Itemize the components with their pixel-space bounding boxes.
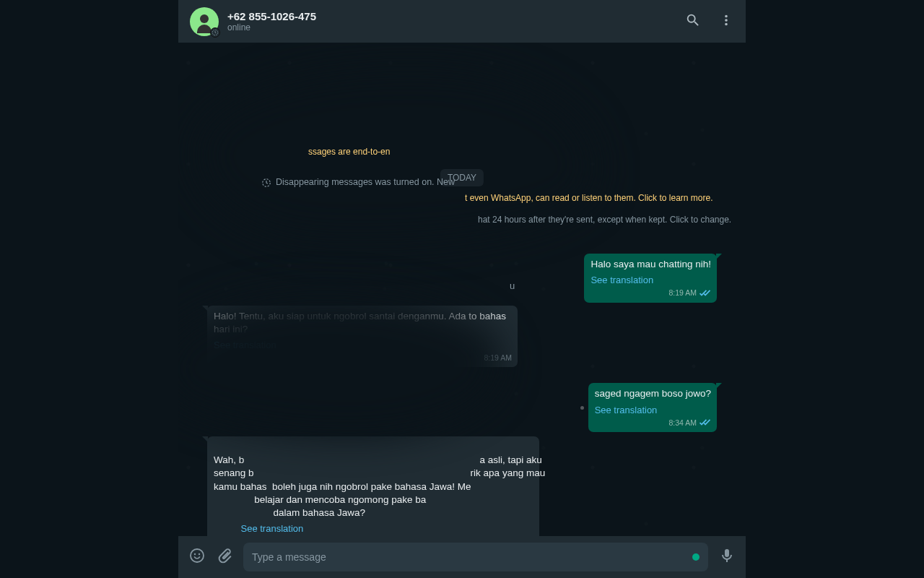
message-in[interactable]: Halo! Tentu, aku siap untuk ngobrol sant… xyxy=(207,306,518,368)
see-translation-link[interactable]: See translation xyxy=(595,404,658,417)
message-input-container xyxy=(243,543,708,571)
message-time: 8:34 AM xyxy=(668,418,697,428)
message-text: Halo! Tentu, aku siap untuk ngobrol sant… xyxy=(214,310,512,336)
see-translation-link[interactable]: See translation xyxy=(590,274,653,287)
svg-point-3 xyxy=(194,553,196,555)
contact-info[interactable]: +62 855-1026-475 online xyxy=(227,10,676,33)
chat-footer xyxy=(178,536,746,578)
emoji-icon[interactable] xyxy=(188,547,206,567)
contact-name: +62 855-1026-475 xyxy=(227,10,676,22)
disappearing-badge-icon xyxy=(210,27,220,38)
message-out[interactable]: saged ngagem boso jowo? See translation … xyxy=(588,383,717,432)
svg-point-4 xyxy=(199,553,200,555)
message-text: senang b rik apa yang mau xyxy=(214,467,545,478)
message-text: kamu bahas boleh juga nih ngobrol pake b… xyxy=(214,481,471,492)
message-time: 8:19 AM xyxy=(668,288,697,298)
message-text: Wah, b a asli, tapi aku xyxy=(214,454,542,465)
menu-icon[interactable] xyxy=(718,12,734,31)
avatar[interactable] xyxy=(190,7,219,36)
message-out[interactable]: Halo saya mau chatting nih! See translat… xyxy=(584,254,717,303)
search-icon[interactable] xyxy=(685,12,701,31)
message-lead-marker xyxy=(579,383,585,432)
message-text: dalam bahasa Jawa? xyxy=(214,507,365,518)
chat-window: +62 855-1026-475 online placeholder xyxy=(178,0,746,578)
mic-icon[interactable] xyxy=(718,547,736,567)
message-time: 8:19 AM xyxy=(484,353,512,363)
message-text: saged ngagem boso jowo? xyxy=(595,387,711,400)
contact-status: online xyxy=(227,22,676,33)
read-ticks-icon xyxy=(699,289,711,297)
message-input[interactable] xyxy=(252,551,685,563)
see-translation-link[interactable]: See translation xyxy=(214,339,276,352)
attach-icon[interactable] xyxy=(216,547,233,567)
message-in[interactable]: Wah, b a asli, tapi aku senang b ri xyxy=(207,436,539,536)
see-translation-link[interactable]: See translation xyxy=(241,522,304,535)
chat-header: +62 855-1026-475 online xyxy=(178,0,746,43)
chat-body[interactable]: placeholder Halo saya mau chatting nih! … xyxy=(178,43,746,536)
read-ticks-icon xyxy=(699,418,711,426)
svg-point-2 xyxy=(191,549,204,562)
date-divider: TODAY xyxy=(440,169,484,186)
input-status-dot xyxy=(692,553,699,561)
message-text: Halo saya mau chatting nih! xyxy=(590,258,711,271)
message-text: belajar dan mencoba ngomong pake ba xyxy=(214,494,426,505)
